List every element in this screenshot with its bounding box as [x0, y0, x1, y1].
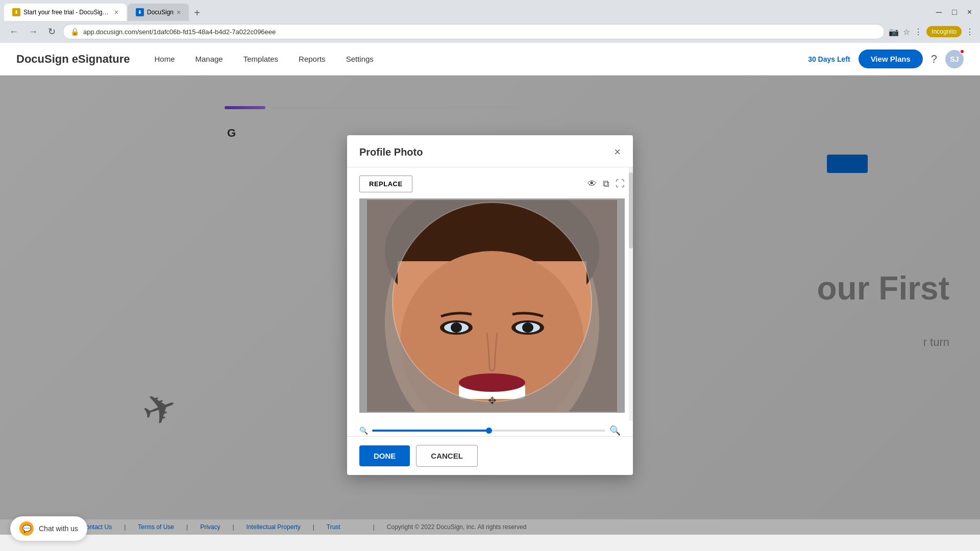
zoom-track[interactable] [372, 430, 605, 432]
tab-2-favicon: ⬇ [136, 8, 144, 16]
zoom-fill [372, 430, 489, 432]
view-plans-button[interactable]: View Plans [859, 49, 923, 68]
refresh-button[interactable]: ↻ [45, 24, 59, 39]
app-brand: DocuSign eSignature [16, 53, 130, 66]
zoom-thumb[interactable] [486, 428, 492, 434]
photo-crop-area[interactable]: ✥ [359, 198, 625, 413]
back-button[interactable]: ← [6, 24, 21, 39]
zoom-in-icon[interactable]: 🔍 [609, 425, 621, 436]
tab-2-title: DocuSign [147, 9, 174, 16]
zoom-out-icon[interactable]: 🔍 [359, 427, 368, 435]
profile-photo-modal: Profile Photo × REPLACE 👁 ⧉ ⛶ [347, 135, 633, 475]
modal-body: REPLACE 👁 ⧉ ⛶ [347, 167, 633, 421]
modal-scrollbar-thumb [629, 172, 633, 248]
help-button[interactable]: ? [931, 53, 937, 66]
chat-label: Chat with us [39, 524, 78, 533]
close-button[interactable]: × [963, 6, 976, 19]
photo-svg [367, 200, 617, 412]
camera-off-icon[interactable]: 📷 [889, 27, 899, 37]
modal-scrollbar[interactable] [629, 167, 633, 421]
tab-1-favicon: ⬇ [12, 8, 20, 16]
zoom-bar: 🔍 🔍 [347, 421, 633, 436]
chat-widget[interactable]: 💬 Chat with us [10, 516, 87, 541]
fullscreen-icon[interactable]: ⛶ [616, 179, 625, 189]
tab-2[interactable]: ⬇ DocuSign × [128, 4, 189, 21]
toolbar-action-icons: 👁 ⧉ ⛶ [587, 179, 625, 189]
address-bar[interactable]: 🔒 app.docusign.com/sent/1dafc06b-fd15-48… [63, 24, 885, 39]
modal-toolbar: REPLACE 👁 ⧉ ⛶ [359, 176, 625, 192]
nav-templates[interactable]: Templates [243, 55, 278, 63]
trial-text: 30 Days Left [808, 55, 850, 63]
svg-rect-15 [367, 200, 617, 412]
chat-icon: 💬 [19, 521, 34, 536]
incognito-badge: Incognito [926, 26, 962, 37]
maximize-button[interactable]: □ [948, 6, 961, 19]
copy-icon[interactable]: ⧉ [603, 179, 609, 189]
forward-button[interactable]: → [26, 24, 41, 39]
cancel-button[interactable]: CANCEL [416, 445, 478, 467]
nav-settings[interactable]: Settings [346, 55, 374, 63]
modal-close-button[interactable]: × [614, 145, 621, 159]
tab-1-title: Start your free trial - DocuSign e... [23, 9, 111, 16]
nav-home[interactable]: Home [154, 55, 175, 63]
modal-header: Profile Photo × [347, 135, 633, 167]
chrome-menu-icon[interactable]: ⋮ [966, 27, 974, 37]
minimize-button[interactable]: ─ [932, 6, 946, 19]
star-icon[interactable]: ☆ [903, 27, 910, 37]
browser-menu-icon[interactable]: ⋮ [914, 27, 922, 37]
new-tab-button[interactable]: + [190, 5, 204, 21]
url-text: app.docusign.com/sent/1dafc06b-fd15-48a4… [83, 28, 877, 36]
tab-1[interactable]: ⬇ Start your free trial - DocuSign e... … [4, 4, 127, 21]
nav-reports[interactable]: Reports [299, 55, 326, 63]
tab-1-close[interactable]: × [114, 8, 118, 16]
replace-button[interactable]: REPLACE [359, 176, 412, 192]
done-button[interactable]: DONE [359, 445, 410, 466]
modal-backdrop: Profile Photo × REPLACE 👁 ⧉ ⛶ [0, 76, 980, 535]
tab-2-close[interactable]: × [177, 8, 181, 16]
user-avatar[interactable]: SJ [945, 50, 964, 68]
modal-title: Profile Photo [359, 146, 423, 158]
lock-icon: 🔒 [70, 28, 79, 36]
move-cursor-icon: ✥ [488, 394, 497, 407]
user-initials: SJ [950, 55, 959, 63]
nav-manage[interactable]: Manage [195, 55, 223, 63]
preview-icon[interactable]: 👁 [587, 179, 597, 189]
notification-dot [960, 49, 965, 54]
modal-footer: DONE CANCEL [347, 436, 633, 475]
